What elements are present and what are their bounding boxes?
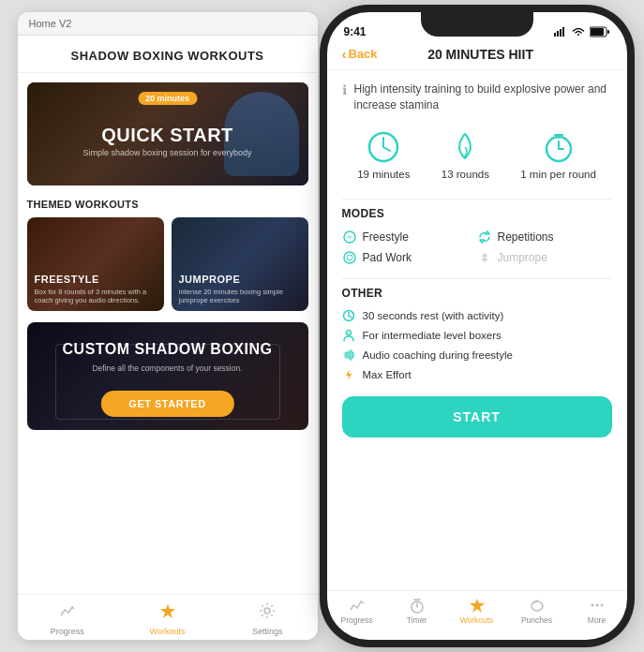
svg-rect-7 — [591, 28, 604, 36]
back-button[interactable]: ‹ Back — [342, 46, 378, 62]
svg-rect-2 — [554, 33, 556, 37]
right-bottom-nav: Progress Timer Workouts Punches — [327, 590, 627, 640]
back-chevron-icon: ‹ — [342, 46, 347, 62]
other-title: OTHER — [342, 287, 612, 300]
rest-icon — [342, 309, 355, 322]
notch — [421, 12, 533, 37]
right-progress-icon — [349, 597, 366, 614]
custom-title: CUSTOM SHADOW BOXING — [27, 341, 308, 358]
stat-round-duration-value: 1 min per round — [520, 169, 596, 180]
start-button[interactable]: START — [342, 396, 612, 437]
detail-content: ℹ High intensity training to build explo… — [327, 70, 627, 590]
right-more-icon — [589, 597, 606, 614]
mode-padwork-label: Pad Work — [363, 251, 412, 264]
svg-point-1 — [264, 608, 270, 614]
bolt-icon — [342, 368, 355, 381]
freestyle-card[interactable]: FREESTYLE Box for 8 rounds of 3 minutes … — [27, 217, 164, 311]
svg-rect-5 — [562, 27, 564, 37]
other-maxeffort-text: Max Effort — [363, 369, 412, 380]
svg-point-36 — [595, 604, 598, 607]
left-bottom-nav: Progress Workouts Settings — [18, 594, 318, 640]
svg-rect-3 — [557, 31, 559, 37]
back-label: Back — [349, 47, 378, 61]
svg-marker-0 — [160, 604, 175, 618]
audio-icon — [342, 348, 355, 362]
left-nav-workouts[interactable]: Workouts — [117, 602, 217, 636]
battery-icon — [590, 26, 610, 37]
right-nav-workouts[interactable]: Workouts — [447, 597, 507, 625]
workouts-icon — [159, 602, 176, 624]
other-level: For intermediate level boxers — [342, 329, 612, 342]
padwork-mode-icon — [342, 250, 357, 265]
other-rest: 30 seconds rest (with activity) — [342, 309, 612, 322]
left-content: 20 minutes QUICK START Simple shadow box… — [18, 73, 318, 594]
svg-marker-32 — [470, 599, 485, 613]
other-audio-text: Audio coaching during freestyle — [363, 349, 513, 361]
other-level-text: For intermediate level boxers — [363, 330, 502, 341]
svg-rect-4 — [560, 29, 562, 37]
stat-rounds: 13 rounds — [442, 130, 489, 180]
quick-start-badge: 20 minutes — [138, 92, 197, 105]
right-nav-more[interactable]: More — [567, 597, 627, 625]
info-row: ℹ High intensity training to build explo… — [342, 82, 612, 113]
title-bar: Home V2 — [18, 12, 318, 36]
clock-icon — [367, 130, 400, 164]
right-nav-timer[interactable]: Timer — [387, 597, 447, 625]
themed-section-label: THEMED WORKOUTS — [27, 199, 308, 210]
left-nav-settings-label: Settings — [252, 627, 283, 636]
settings-icon — [259, 602, 276, 624]
mode-repetitions-label: Repetitions — [498, 230, 554, 244]
custom-card[interactable]: CUSTOM SHADOW BOXING Define all the comp… — [27, 322, 308, 430]
svg-point-37 — [600, 604, 603, 607]
quick-start-card[interactable]: 20 minutes QUICK START Simple shadow box… — [27, 82, 308, 185]
level-icon — [342, 329, 355, 342]
other-list: 30 seconds rest (with activity) For inte… — [342, 309, 612, 381]
jumprope-mode-icon — [477, 250, 492, 265]
svg-marker-28 — [346, 369, 352, 380]
jumprope-desc: Intense 20 minutes boxing simple jumprop… — [179, 288, 305, 306]
modes-title: MODES — [342, 207, 612, 220]
signal-icon — [554, 27, 567, 37]
svg-marker-27 — [345, 349, 352, 361]
left-nav-workouts-label: Workouts — [150, 627, 186, 636]
svg-point-35 — [591, 604, 593, 607]
stat-round-duration: 1 min per round — [520, 130, 596, 180]
right-nav-progress[interactable]: Progress — [327, 597, 387, 625]
right-nav-progress-label: Progress — [340, 615, 372, 625]
quick-start-title: QUICK START — [27, 125, 308, 146]
right-timer-icon — [409, 597, 426, 614]
freestyle-title: FREESTYLE — [35, 274, 99, 285]
stat-rounds-value: 13 rounds — [442, 169, 489, 180]
left-nav-settings[interactable]: Settings — [217, 602, 318, 636]
modes-grid: Freestyle Repetitions Pad Work — [342, 230, 612, 265]
mode-freestyle-label: Freestyle — [363, 230, 409, 244]
jumprope-card[interactable]: JUMPROPE Intense 20 minutes boxing simpl… — [172, 217, 308, 311]
svg-point-18 — [344, 252, 355, 263]
custom-subtitle: Define all the components of your sessio… — [27, 363, 308, 373]
mode-padwork: Pad Work — [342, 250, 477, 265]
right-nav-punches-label: Punches — [521, 615, 552, 625]
svg-line-25 — [349, 316, 352, 318]
left-panel: Home V2 SHADOW BOXING WORKOUTS 20 minute… — [18, 12, 318, 640]
right-nav-timer-label: Timer — [407, 615, 427, 625]
timer-icon — [542, 130, 576, 164]
svg-point-19 — [347, 255, 352, 260]
freestyle-mode-icon — [342, 230, 357, 244]
right-nav-more-label: More — [588, 615, 606, 625]
right-nav-workouts-label: Workouts — [460, 615, 494, 625]
workout-title: 20 MINUTES HIIT — [378, 47, 584, 62]
progress-icon — [59, 602, 76, 624]
divider-2 — [342, 278, 612, 279]
get-started-button[interactable]: GET STARTED — [100, 391, 233, 417]
status-time: 9:41 — [344, 25, 367, 38]
info-text: High intensity training to build explosi… — [354, 82, 612, 113]
stat-duration: 19 minutes — [357, 130, 410, 180]
mode-jumprope-label: Jumprope — [498, 251, 547, 264]
right-nav-punches[interactable]: Punches — [507, 597, 567, 625]
svg-rect-8 — [607, 30, 609, 34]
right-panel: 9:41 ‹ Back 20 MINUTES — [327, 12, 627, 640]
left-nav-progress-label: Progress — [51, 627, 84, 636]
mode-repetitions: Repetitions — [477, 230, 612, 244]
left-nav-progress[interactable]: Progress — [18, 602, 118, 636]
title-bar-text: Home V2 — [29, 18, 72, 29]
